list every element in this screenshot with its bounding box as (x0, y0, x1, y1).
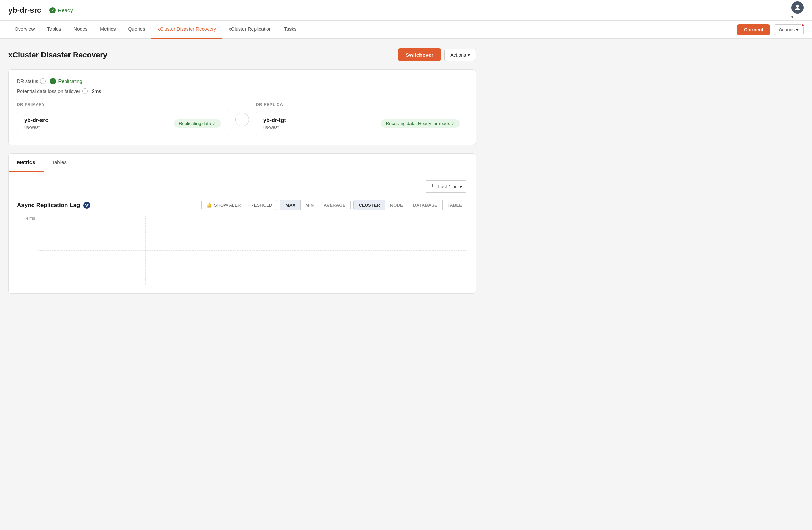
tab-tables[interactable]: Tables (44, 154, 75, 172)
clock-icon: ⏱ (430, 183, 435, 190)
alert-threshold-button[interactable]: 🔔 SHOW ALERT THRESHOLD (201, 200, 277, 210)
nav-item-xcluster-replication[interactable]: xCluster Replication (222, 21, 278, 39)
data-loss-value: 2ms (92, 88, 101, 94)
nav-item-tables[interactable]: Tables (41, 21, 67, 39)
chart-section: Async Replication Lag 🔔 SHOW ALERT THRES… (17, 200, 467, 285)
dr-primary-name: yb-dr-src (24, 117, 48, 123)
avatar-container: ▾ (791, 1, 804, 19)
nav-bar: Overview Tables Nodes Metrics Queries xC… (0, 21, 812, 39)
nav-item-xcluster-dr[interactable]: xCluster Disaster Recovery (151, 21, 222, 39)
dr-status-info-icon[interactable]: i (40, 78, 46, 84)
dr-primary-region: us-west1 (24, 125, 48, 130)
metric-btn-min[interactable]: MIN (301, 200, 319, 210)
app-title: yb-dr-src (8, 6, 41, 15)
svg-point-0 (83, 202, 90, 209)
dr-primary-section: DR PRIMARY yb-dr-src us-west1 Replicatin… (17, 102, 228, 136)
metric-view-group: CLUSTER NODE DATABASE TABLE (353, 200, 467, 210)
main-content: xCluster Disaster Recovery Switchover Ac… (0, 39, 484, 303)
dr-clusters-row: DR PRIMARY yb-dr-src us-west1 Replicatin… (17, 102, 467, 136)
ready-check-icon: ✓ (49, 7, 56, 13)
dr-status-label: DR status i (17, 78, 46, 84)
nav-actions-container: Actions ▾ (774, 24, 804, 35)
chart-controls: 🔔 SHOW ALERT THRESHOLD MAX MIN AVERAGE C… (201, 200, 467, 210)
metric-btn-cluster[interactable]: CLUSTER (354, 200, 385, 210)
dr-primary-box: yb-dr-src us-west1 Replicating data ✓ (17, 111, 228, 136)
tab-content-metrics: ⏱ Last 1 hr ▾ Async Replication Lag (9, 172, 476, 293)
avatar-caret[interactable]: ▾ (791, 15, 793, 19)
metric-btn-max[interactable]: MAX (280, 200, 301, 210)
ready-badge: ✓ Ready (49, 7, 73, 13)
page-header-row: xCluster Disaster Recovery Switchover Ac… (8, 48, 476, 61)
data-loss-row: Potential data loss on failover i 2ms (17, 88, 467, 94)
bell-icon: 🔔 (206, 202, 212, 208)
time-selector[interactable]: ⏱ Last 1 hr ▾ (425, 180, 467, 193)
page-actions: Switchover Actions ▾ (398, 48, 476, 61)
tabs-header: Metrics Tables (9, 154, 476, 172)
dr-arrow-icon: → (235, 113, 249, 126)
nav-item-nodes[interactable]: Nodes (67, 21, 94, 39)
metric-btn-average[interactable]: AVERAGE (319, 200, 350, 210)
dr-primary-label: DR PRIMARY (17, 102, 228, 107)
switchover-button[interactable]: Switchover (398, 48, 441, 61)
page-title: xCluster Disaster Recovery (8, 50, 107, 59)
dr-replica-info: yb-dr-tgt us-west1 (263, 117, 286, 130)
nav-actions-button[interactable]: Actions ▾ (774, 24, 804, 35)
chart-title-icon (83, 201, 91, 209)
chart-title: Async Replication Lag (17, 201, 91, 209)
nav-item-metrics[interactable]: Metrics (94, 21, 122, 39)
time-selector-caret: ▾ (460, 184, 462, 189)
dr-replica-status: Receiving data, Ready for reads ✓ (381, 119, 460, 128)
dr-replica-box: yb-dr-tgt us-west1 Receiving data, Ready… (256, 111, 467, 136)
nav-item-tasks[interactable]: Tasks (278, 21, 303, 39)
chart-plot (38, 216, 467, 285)
vert-line-1 (145, 216, 146, 285)
nav-item-overview[interactable]: Overview (8, 21, 41, 39)
dr-replica-name: yb-dr-tgt (263, 117, 286, 123)
notification-dot (801, 23, 804, 27)
time-selector-label: Last 1 hr (438, 184, 457, 189)
nav-right: Connect Actions ▾ (737, 24, 804, 35)
ready-label: Ready (58, 7, 73, 13)
data-loss-info-icon[interactable]: i (82, 88, 88, 94)
chart-area: 4 ms (17, 216, 467, 285)
dr-status-value: ✓ Replicating (50, 78, 82, 84)
header-right: ▾ (791, 1, 804, 19)
dr-primary-info: yb-dr-src us-west1 (24, 117, 48, 130)
metric-btn-table[interactable]: TABLE (443, 200, 467, 210)
vert-line-2 (253, 216, 253, 285)
nav-item-queries[interactable]: Queries (122, 21, 151, 39)
dr-replica-section: DR REPLICA yb-dr-tgt us-west1 Receiving … (256, 102, 467, 136)
top-header: yb-dr-src ✓ Ready ▾ (0, 0, 812, 21)
user-avatar[interactable] (791, 1, 804, 14)
data-loss-label: Potential data loss on failover i (17, 88, 88, 94)
metric-btn-database[interactable]: DATABASE (408, 200, 442, 210)
tabs-container: Metrics Tables ⏱ Last 1 hr ▾ Async Repli… (8, 153, 476, 294)
dr-primary-status: Replicating data ✓ (174, 119, 221, 128)
tab-metrics[interactable]: Metrics (9, 154, 44, 172)
replicating-check-icon: ✓ (50, 78, 56, 84)
connect-button[interactable]: Connect (737, 24, 770, 35)
dr-status-card: DR status i ✓ Replicating Potential data… (8, 69, 476, 145)
chart-y-axis: 4 ms (17, 216, 38, 285)
metric-btn-node[interactable]: NODE (385, 200, 408, 210)
metric-type-group: MAX MIN AVERAGE (280, 200, 351, 210)
dr-status-row: DR status i ✓ Replicating (17, 78, 467, 84)
dr-replica-region: us-west1 (263, 125, 286, 130)
dr-replica-label: DR REPLICA (256, 102, 467, 107)
y-axis-label: 4 ms (17, 216, 38, 221)
page-actions-button[interactable]: Actions ▾ (444, 49, 476, 61)
chart-header: Async Replication Lag 🔔 SHOW ALERT THRES… (17, 200, 467, 210)
vert-line-3 (360, 216, 360, 285)
metrics-toolbar: ⏱ Last 1 hr ▾ (17, 180, 467, 193)
